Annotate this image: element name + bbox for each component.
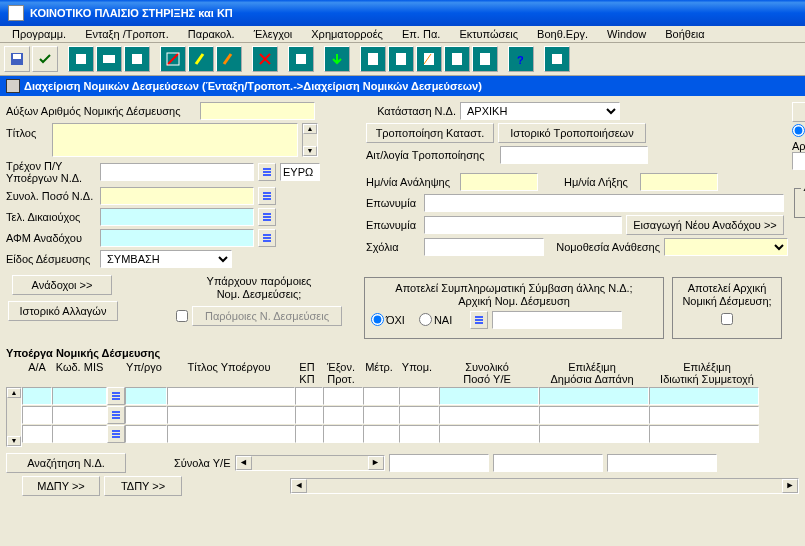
tool-icon[interactable] bbox=[216, 46, 242, 72]
hm-liksis-input[interactable] bbox=[640, 173, 718, 191]
svg-rect-1 bbox=[13, 54, 21, 59]
arxiki-nom-input[interactable] bbox=[492, 311, 622, 329]
synola-1[interactable] bbox=[389, 454, 489, 472]
tool-icon[interactable] bbox=[360, 46, 386, 72]
tool-icon[interactable] bbox=[96, 46, 122, 72]
tropop-button[interactable]: Τροποποίηση Καταστ. bbox=[366, 123, 494, 143]
aux-arith-input[interactable] bbox=[200, 102, 315, 120]
tool-icon[interactable] bbox=[416, 46, 442, 72]
trexon-input[interactable] bbox=[100, 163, 254, 181]
svg-rect-13 bbox=[552, 54, 562, 64]
check-icon[interactable] bbox=[32, 46, 58, 72]
tool-icon[interactable] bbox=[124, 46, 150, 72]
form-title: Διαχείριση Νομικών Δεσμεύσεων (Ένταξη/Τρ… bbox=[0, 76, 805, 96]
menu-item[interactable]: Προγραμμ. bbox=[4, 26, 74, 42]
label-apotelei-arx: Αποτελεί Αρχική Νομική Δέσμευση; bbox=[679, 282, 775, 308]
oxi-radio2[interactable]: ΌΧΙ bbox=[371, 313, 405, 326]
scroll-h2[interactable]: ◄► bbox=[290, 478, 799, 494]
lov-button[interactable] bbox=[258, 187, 276, 205]
svg-rect-8 bbox=[396, 53, 406, 65]
nomothesia-select[interactable] bbox=[664, 238, 788, 256]
lov-button[interactable] bbox=[258, 208, 276, 226]
label-arxiko-nom: Αρχικό Νόμισμα bbox=[792, 140, 805, 152]
table-scroll-v[interactable]: ▲▼ bbox=[6, 387, 22, 447]
title-scroll[interactable]: ▲▼ bbox=[302, 123, 318, 157]
form-title-text: Διαχείριση Νομικών Δεσμεύσεων (Ένταξη/Τρ… bbox=[24, 80, 482, 92]
scroll-h1[interactable]: ◄► bbox=[235, 455, 385, 471]
tool-icon[interactable] bbox=[160, 46, 186, 72]
delete-icon[interactable] bbox=[252, 46, 278, 72]
menu-item[interactable]: Επ. Πα. bbox=[394, 26, 448, 42]
tool-icon[interactable] bbox=[444, 46, 470, 72]
label-katastasi: Κατάσταση Ν.Δ. bbox=[366, 105, 456, 117]
toolbar: ? bbox=[0, 43, 805, 76]
arxiko-nom-input[interactable] bbox=[792, 152, 805, 170]
lov-button[interactable] bbox=[258, 163, 276, 181]
eponymia1-input[interactable] bbox=[424, 194, 784, 212]
menu-item[interactable]: Έλεγχοι bbox=[246, 26, 301, 42]
tdpy-button[interactable]: ΤΔΠΥ >> bbox=[104, 476, 182, 496]
synola-2[interactable] bbox=[493, 454, 603, 472]
mdpy-button[interactable]: ΜΔΠΥ >> bbox=[22, 476, 100, 496]
eidos-select[interactable]: ΣΥΜΒΑΣΗ bbox=[100, 250, 232, 268]
help-icon[interactable]: ? bbox=[508, 46, 534, 72]
label-aitologia-trop: Αιτ/λογία Τροποποίησης bbox=[366, 149, 496, 161]
yparxoun-check[interactable] bbox=[176, 310, 188, 322]
menu-item[interactable]: Βοήθεια bbox=[657, 26, 712, 42]
title-input[interactable] bbox=[52, 123, 298, 157]
anazitisi-button[interactable]: Αναζήτηση Ν.Δ. bbox=[6, 453, 126, 473]
table-body: ▲▼ bbox=[6, 387, 799, 447]
lov-button[interactable] bbox=[470, 311, 488, 329]
down-icon[interactable] bbox=[324, 46, 350, 72]
apotelei-arx-check[interactable] bbox=[721, 313, 733, 325]
tool-icon[interactable] bbox=[388, 46, 414, 72]
label-synola: Σύνολα Υ/Ε bbox=[174, 457, 231, 469]
afm-input[interactable] bbox=[100, 229, 254, 247]
menu-item[interactable]: Βοηθ.Εργ. bbox=[529, 26, 596, 42]
table-header: Α/Α Κωδ. MIS Υπ/ργο Τίτλος Υποέργου ΕΠ Κ… bbox=[6, 359, 799, 387]
eisagogi-button[interactable]: Εισαγωγή Νέου Αναδόχου >> bbox=[626, 215, 784, 235]
menu-item[interactable]: Ενταξη /Τροποπ. bbox=[77, 26, 177, 42]
lov-button[interactable] bbox=[107, 406, 125, 424]
elegxos-button[interactable]: Έλεγχος bbox=[792, 102, 805, 122]
svg-rect-10 bbox=[452, 53, 462, 65]
menu-item[interactable]: Παρακολ. bbox=[180, 26, 243, 42]
menu-item[interactable]: Εκτυπώσεις bbox=[451, 26, 526, 42]
tool-icon[interactable] bbox=[188, 46, 214, 72]
lov-button[interactable] bbox=[107, 425, 125, 443]
nai-radio2[interactable]: ΝΑΙ bbox=[419, 313, 452, 326]
tool-icon[interactable] bbox=[472, 46, 498, 72]
label-eidos: Είδος Δέσμευσης bbox=[6, 253, 96, 265]
katastasi-select[interactable]: ΑΡΧΙΚΗ bbox=[460, 102, 620, 120]
tel-dik-input[interactable] bbox=[100, 208, 254, 226]
save-icon[interactable] bbox=[4, 46, 30, 72]
svg-rect-11 bbox=[480, 53, 490, 65]
label-hm-anal: Ημ/νία Ανάληψης bbox=[366, 176, 456, 188]
lov-button[interactable] bbox=[258, 229, 276, 247]
hm-anal-input[interactable] bbox=[460, 173, 538, 191]
lov-button[interactable] bbox=[107, 387, 125, 405]
tool-icon[interactable] bbox=[68, 46, 94, 72]
label-aux-arith: Αύξων Αριθμός Νομικής Δέσμευσης bbox=[6, 105, 196, 117]
label-hm-liksis: Ημ/νία Λήξης bbox=[564, 176, 636, 188]
label-apotelei: Αποτελεί Συμπληρωματική Σύμβαση άλλης Ν.… bbox=[371, 282, 657, 308]
synol-input[interactable] bbox=[100, 187, 254, 205]
svg-rect-9 bbox=[424, 53, 434, 65]
menu-bar: Προγραμμ. Ενταξη /Τροποπ. Παρακολ. Έλεγχ… bbox=[0, 26, 805, 43]
tool-icon[interactable] bbox=[544, 46, 570, 72]
menu-item[interactable]: Window bbox=[599, 26, 654, 42]
svg-rect-4 bbox=[132, 54, 142, 64]
aitologia-trop-input[interactable] bbox=[500, 146, 648, 164]
sxolia-input[interactable] bbox=[424, 238, 544, 256]
form-body: Αύξων Αριθμός Νομικής Δέσμευσης Τίτλος ▲… bbox=[0, 96, 805, 505]
oxi-radio[interactable]: ΌΧΙ bbox=[792, 124, 805, 137]
svg-rect-7 bbox=[368, 53, 378, 65]
svg-rect-3 bbox=[103, 55, 115, 63]
eponymia2-input[interactable] bbox=[424, 216, 622, 234]
tool-icon[interactable] bbox=[288, 46, 314, 72]
istoriko-all-button[interactable]: Ιστορικό Αλλαγών bbox=[8, 301, 118, 321]
menu-item[interactable]: Χρηματορροές bbox=[303, 26, 391, 42]
anadoxoi-button[interactable]: Ανάδοχοι >> bbox=[12, 275, 112, 295]
istoriko-trop-button[interactable]: Ιστορικό Τροποποιήσεων bbox=[498, 123, 646, 143]
synola-3[interactable] bbox=[607, 454, 717, 472]
